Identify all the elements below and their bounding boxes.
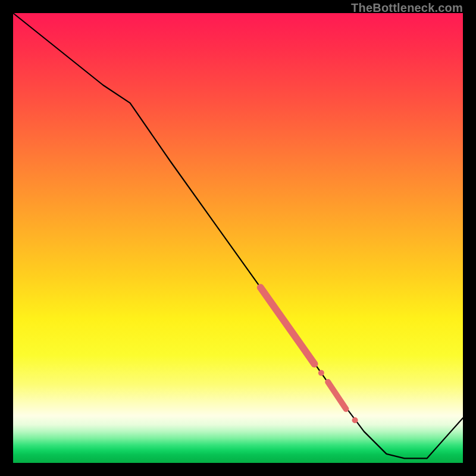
watermark-text: TheBottleneck.com (351, 1, 463, 15)
marker-dot (318, 370, 324, 376)
marker-dot (352, 417, 358, 423)
chart-stage: TheBottleneck.com (0, 0, 476, 476)
marker-short-segment (328, 382, 346, 409)
marker-thick-segment (261, 287, 315, 364)
chart-svg (13, 13, 463, 463)
chart-line (13, 13, 463, 458)
